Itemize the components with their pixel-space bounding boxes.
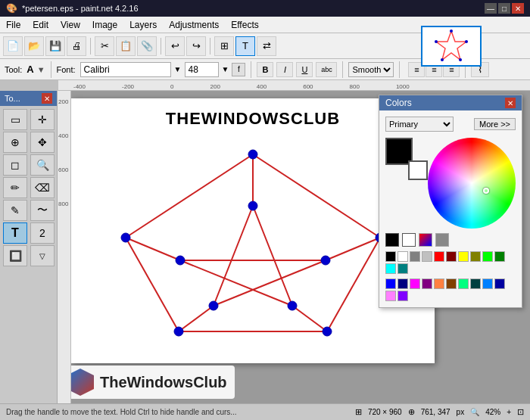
redo-button[interactable]: ↪ <box>186 36 206 56</box>
undo-button[interactable]: ↩ <box>165 36 185 56</box>
petersen-graph <box>86 138 419 350</box>
cut-button[interactable]: ✂ <box>95 36 114 56</box>
cs-yellow[interactable] <box>458 251 469 262</box>
text-tool-button[interactable]: T <box>235 36 255 56</box>
menu-adjustments[interactable]: Adjustments <box>163 17 225 33</box>
toolbox: To... ✕ ▭ ✛ ⊕ ✥ ◻ 🔍 ✏ ⌫ ✎ 〜 T 2 🔲 ▽ <box>0 91 58 403</box>
svg-line-16 <box>253 206 292 306</box>
menu-edit[interactable]: Edit <box>26 17 55 33</box>
font-size-fn-btn[interactable]: f <box>232 63 245 76</box>
window-title: *petersen.eps - paint.net 4.2.16 <box>22 4 139 13</box>
cs-blue[interactable] <box>385 278 396 289</box>
color-mode-select[interactable]: Primary Secondary <box>385 117 454 132</box>
tool-paintbrush[interactable]: ✏ <box>3 177 27 198</box>
cs-silver[interactable] <box>422 251 432 262</box>
font-dropdown-icon[interactable]: ▼ <box>174 65 182 73</box>
menu-layers[interactable]: Layers <box>123 17 163 33</box>
font-input[interactable] <box>80 62 171 77</box>
tool-magic-wand[interactable]: ✥ <box>30 132 55 153</box>
copy-button[interactable]: 📋 <box>116 36 136 56</box>
menu-view[interactable]: View <box>55 17 86 33</box>
tool-recolor[interactable]: 2 <box>30 222 55 244</box>
cursor-coords: 761, 347 <box>421 408 450 416</box>
cs-darkteal[interactable] <box>470 278 481 289</box>
cs-maroon[interactable] <box>446 251 457 262</box>
extra-swatch-1[interactable] <box>419 233 432 247</box>
toolbox-close-button[interactable]: ✕ <box>42 93 52 104</box>
canvas-text-element[interactable]: THEWINDOWSCLUB <box>166 109 340 129</box>
bold-button[interactable]: B <box>257 62 273 77</box>
colors-close-button[interactable]: ✕ <box>505 98 516 108</box>
tool-rectangle[interactable]: ▭ <box>3 109 27 130</box>
cs-green[interactable] <box>494 251 505 262</box>
cs-brown[interactable] <box>446 278 457 289</box>
zoom-fit-btn[interactable]: ⊡ <box>517 407 524 417</box>
tool-gradient[interactable]: ▽ <box>30 245 55 266</box>
strikethrough-button[interactable]: abc <box>316 62 337 77</box>
italic-button[interactable]: I <box>276 62 293 77</box>
menu-file[interactable]: File <box>0 17 26 33</box>
cs-darkblue[interactable] <box>494 278 505 289</box>
secondary-swatch[interactable] <box>408 160 428 180</box>
cs-lightblue[interactable] <box>482 278 493 289</box>
cs-pink[interactable] <box>385 291 396 301</box>
cs-orange[interactable] <box>434 278 444 289</box>
svg-point-1 <box>450 30 453 33</box>
underline-button[interactable]: U <box>296 62 313 77</box>
title-bar: 🎨 *petersen.eps - paint.net 4.2.16 — □ ✕ <box>0 0 530 17</box>
tool-dropdown-icon[interactable]: ▼ <box>37 65 45 74</box>
black-swatch[interactable] <box>385 233 399 247</box>
tool-move[interactable]: ✛ <box>30 109 55 130</box>
zoom-minus-btn[interactable]: 🔍 <box>470 408 479 416</box>
svg-point-3 <box>435 40 438 43</box>
menu-image[interactable]: Image <box>86 17 123 33</box>
cs-fuchsia[interactable] <box>410 278 420 289</box>
cs-olive[interactable] <box>470 251 481 262</box>
cs-violet[interactable] <box>398 291 408 301</box>
font-size-input[interactable] <box>185 62 219 77</box>
tool-eraser[interactable]: ⌫ <box>30 177 55 198</box>
cs-black[interactable] <box>385 251 396 262</box>
ruler-tick: 600 <box>303 83 313 90</box>
size-dropdown-icon[interactable]: ▼ <box>222 65 229 73</box>
cs-lime[interactable] <box>482 251 493 262</box>
tool-shape[interactable]: ◻ <box>3 154 27 176</box>
cs-red[interactable] <box>434 251 444 262</box>
save-button[interactable]: 💾 <box>45 36 65 56</box>
cs-cyan[interactable] <box>385 263 396 274</box>
cs-teal[interactable] <box>398 263 408 274</box>
swatch-container <box>385 138 422 174</box>
new-button[interactable]: 📄 <box>3 36 23 56</box>
cs-navy[interactable] <box>398 278 408 289</box>
tool-curve[interactable]: 〜 <box>30 200 55 221</box>
cs-white[interactable] <box>398 251 408 262</box>
white-swatch[interactable] <box>402 233 416 247</box>
extra-swatch-2[interactable] <box>435 233 449 247</box>
svg-point-27 <box>321 256 330 265</box>
tool-lasso[interactable]: ⊕ <box>3 132 27 153</box>
open-button[interactable]: 📂 <box>24 36 44 56</box>
maximize-button[interactable]: □ <box>498 3 510 14</box>
zoom-plus-btn[interactable]: + <box>507 408 511 416</box>
svg-line-17 <box>180 260 292 306</box>
antialias-select[interactable]: Smooth Sharp <box>348 62 394 77</box>
ruler-tick: -400 <box>73 83 86 90</box>
tool-clone[interactable]: 🔲 <box>3 245 27 266</box>
more-colors-button[interactable]: More >> <box>474 118 516 130</box>
tool-text[interactable]: T <box>3 222 27 244</box>
cs-mint[interactable] <box>458 278 469 289</box>
paste-button[interactable]: 📎 <box>137 36 157 56</box>
menu-effects[interactable]: Effects <box>225 17 264 33</box>
minimize-button[interactable]: — <box>485 3 497 14</box>
tool-label: Tool: <box>5 65 22 74</box>
svg-line-7 <box>327 238 380 331</box>
color-wheel[interactable] <box>428 138 516 229</box>
tool-pencil[interactable]: ✎ <box>3 200 27 221</box>
close-button[interactable]: ✕ <box>512 3 524 14</box>
deform-button[interactable]: ⇄ <box>257 36 276 56</box>
cs-purple[interactable] <box>422 278 432 289</box>
cs-gray[interactable] <box>410 251 420 262</box>
grid-button[interactable]: ⊞ <box>214 36 234 56</box>
print-button[interactable]: 🖨 <box>67 36 86 56</box>
tool-zoom[interactable]: 🔍 <box>30 154 55 176</box>
